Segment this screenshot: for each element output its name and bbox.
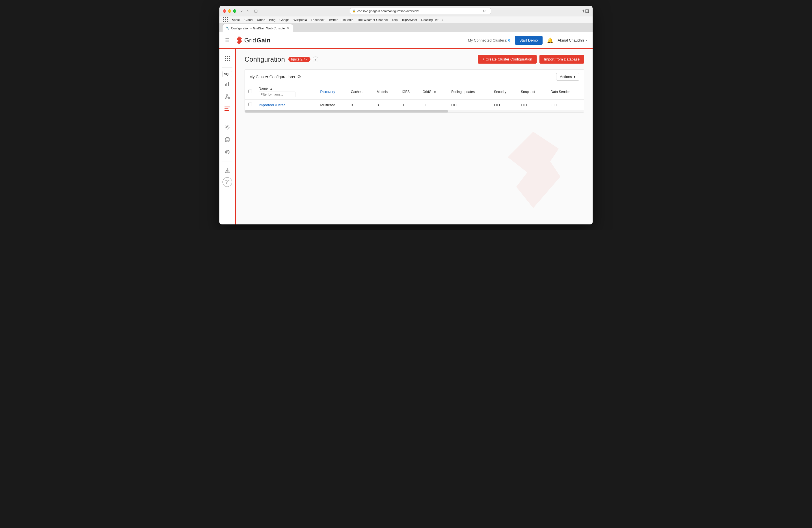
bookmark-yelp[interactable]: Yelp [392,18,397,21]
gridgain-logo-icon [234,35,244,45]
sidebar-item-config[interactable] [222,103,233,115]
name-filter-input[interactable] [259,91,295,97]
bookmark-apple[interactable]: Apple [232,18,240,21]
discovery-header-link[interactable]: Discovery [320,90,335,94]
bookmark-reading-list[interactable]: Reading List [421,18,438,21]
th-igfs: IGFS [398,84,419,100]
row-models-cell: 3 [373,100,398,110]
chart-icon [224,81,230,87]
sidebar-toggle-button[interactable]: ⊡ [253,8,259,14]
svg-point-14 [227,126,228,128]
bookmark-wikipedia[interactable]: Wikipedia [293,18,307,21]
back-button[interactable]: ‹ [240,8,244,14]
header-right: My Connected Clusters: 0 Start Demo 🔔 Ak… [468,36,587,45]
apps-grid-icon[interactable] [223,17,228,22]
svg-point-17 [227,151,228,153]
sidebar-item-monitoring2[interactable] [222,146,233,158]
bookmark-yahoo[interactable]: Yahoo [257,18,265,21]
row-security-cell: OFF [491,100,518,110]
th-select-all[interactable] [245,84,255,100]
sidebar-item-database[interactable] [222,134,233,145]
bookmark-bing[interactable]: Bing [269,18,275,21]
scroll-thumb[interactable] [245,110,448,113]
bookmark-linkedin[interactable]: LinkedIn [342,18,353,21]
th-snapshot: Snapshot [518,84,547,100]
sidebar-item-settings[interactable] [222,121,233,133]
import-from-database-button[interactable]: Import from Database [539,55,584,63]
config-table: Name ▲ Discovery Caches [245,84,584,110]
hamburger-button[interactable]: ☰ [225,37,230,44]
row-name-cell: ImportedCluster [255,100,317,110]
notification-button[interactable]: 🔔 [547,37,553,44]
row-snapshot-cell: OFF [518,100,547,110]
close-button[interactable] [223,9,226,13]
table-card: My Cluster Configurations ⚙ Actions ▾ [245,69,584,113]
th-name-sortable[interactable]: Name ▲ [259,87,314,90]
sidebar-divider-3 [222,161,232,161]
svg-point-6 [225,97,226,99]
sidebar-item-download[interactable] [222,165,233,176]
row-gridgain-cell: OFF [419,100,448,110]
sidebar-item-signin[interactable]: signin [222,177,232,187]
share-button[interactable]: ⬆ [582,9,585,13]
select-all-checkbox[interactable] [248,90,252,93]
sidebar-item-sql[interactable]: SQL [222,71,232,77]
download-icon [225,168,230,173]
apps-icon [225,56,230,61]
refresh-button[interactable]: ↻ [483,9,486,13]
page-title: Configuration [245,55,285,63]
svg-rect-11 [224,106,230,107]
sidebar-item-apps[interactable] [222,53,233,64]
user-name: Akmal Chaudhri [558,38,584,42]
sidebar: SQL [219,49,235,224]
row-checkbox-cell [245,100,255,110]
table-settings-button[interactable]: ⚙ [297,74,301,79]
svg-rect-2 [225,84,226,86]
bookmark-icloud[interactable]: iCloud [244,18,252,21]
sidebar-item-cluster[interactable] [222,91,233,102]
svg-rect-13 [224,110,229,111]
version-badge[interactable]: Ignite 2.7 ▾ [288,57,310,62]
sort-arrow-icon: ▲ [270,87,273,90]
version-arrow-icon: ▾ [306,58,308,61]
start-demo-button[interactable]: Start Demo [515,36,542,45]
bookmark-tripadvisor[interactable]: TripAdvisor [402,18,417,21]
content-area: Configuration Ignite 2.7 ▾ ? + Create Cl… [236,49,593,224]
bookmark-google[interactable]: Google [279,18,289,21]
lock-icon: 🔒 [352,9,356,12]
actions-button[interactable]: Actions ▾ [556,73,579,80]
table-section-title: My Cluster Configurations [249,75,295,79]
table-scroll-container: Name ▲ Discovery Caches [245,84,584,110]
svg-marker-19 [508,132,560,208]
active-tab[interactable]: 🔧 Configuration – GridGain Web Console ✕ [222,24,293,32]
minimize-button[interactable] [228,9,231,13]
user-menu[interactable]: Akmal Chaudhri ▾ [558,38,587,42]
bookmark-facebook[interactable]: Facebook [311,18,324,21]
row-discovery-cell: Multicast [317,100,347,110]
tab-favicon: 🔧 [226,27,229,30]
user-menu-arrow-icon: ▾ [585,39,587,42]
cluster-name-link[interactable]: ImportedCluster [259,103,285,107]
svg-point-15 [225,138,229,139]
bookmark-twitter[interactable]: Twitter [329,18,337,21]
bookmark-weather[interactable]: The Weather Channel [357,18,388,21]
table-row: ImportedCluster Multicast 3 [245,100,584,110]
horizontal-scrollbar[interactable] [245,110,584,113]
logo-gain-text: Gain [257,37,271,44]
maximize-button[interactable] [233,9,236,13]
forward-button[interactable]: › [246,8,250,14]
row-checkbox[interactable] [248,103,252,106]
tab-close-button[interactable]: ✕ [287,26,290,30]
new-tab-button[interactable]: ⊞ [585,8,589,14]
th-gridgain: GridGain [419,84,448,100]
bookmark-bar: Apple iCloud Yahoo Bing Google Wikipedia… [219,16,593,23]
sidebar-item-monitoring[interactable] [222,78,233,90]
url-text: console.gridgain.com/configuration/overv… [357,9,418,13]
monitoring-icon [224,149,230,155]
signin-label: signin [225,179,229,185]
help-icon[interactable]: ? [313,57,318,62]
connected-count: 0 [508,38,510,42]
create-cluster-config-button[interactable]: + Create Cluster Configuration [478,55,537,63]
svg-rect-4 [228,82,229,86]
traffic-lights [223,9,236,13]
